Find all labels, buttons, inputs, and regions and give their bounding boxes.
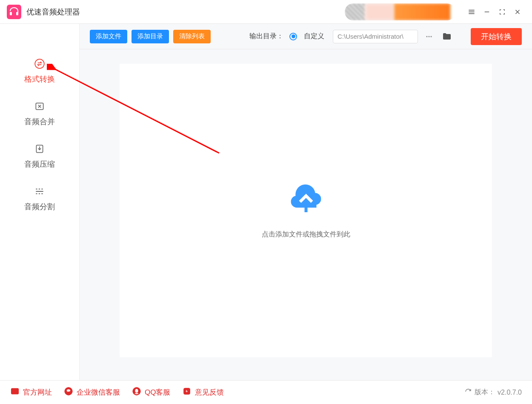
sidebar-item-label: 音频压缩 [24, 159, 55, 169]
feedback-icon [182, 387, 192, 398]
drop-hint-text: 点击添加文件或拖拽文件到此 [262, 230, 350, 239]
footer-link-label: 意见反馈 [195, 387, 224, 397]
sidebar-item-audio-split[interactable]: 音频分割 [24, 185, 55, 212]
output-dir-label: 输出目录： [249, 32, 283, 41]
sidebar-item-format-convert[interactable]: 格式转换 [24, 58, 55, 84]
svg-rect-0 [10, 12, 12, 15]
app-title: 优速音频处理器 [26, 7, 80, 17]
sidebar-item-label: 格式转换 [24, 74, 55, 84]
version-number: v2.0.7.0 [498, 389, 522, 396]
convert-icon [34, 58, 46, 70]
split-icon [34, 185, 46, 197]
svg-point-8 [35, 59, 44, 68]
sidebar-item-label: 音频合并 [24, 117, 55, 127]
svg-point-23 [134, 393, 138, 395]
svg-text:.com: .com [11, 390, 18, 394]
sidebar-item-audio-compress[interactable]: 音频压缩 [24, 143, 55, 169]
svg-rect-1 [16, 12, 18, 15]
toolbar: 添加文件 添加目录 清除列表 输出目录： 自定义 开始转换 [80, 24, 532, 49]
footer: .com 官方网址 企业微信客服 QQ客服 意见反馈 版本： v2.0.7.0 [0, 380, 532, 404]
minimize-icon[interactable] [479, 4, 495, 20]
merge-icon [34, 100, 46, 112]
sidebar: 格式转换 音频合并 音频压缩 [0, 24, 79, 380]
qq-icon [132, 387, 141, 398]
cloud-upload-icon [288, 182, 324, 220]
version-prefix: 版本： [475, 388, 495, 397]
version-info[interactable]: 版本： v2.0.7.0 [464, 388, 522, 397]
clear-list-button[interactable]: 清除列表 [173, 30, 211, 43]
menu-icon[interactable] [464, 4, 479, 20]
website-icon: .com [10, 387, 20, 398]
wechat-icon [64, 387, 73, 398]
sidebar-item-audio-merge[interactable]: 音频合并 [24, 100, 55, 127]
refresh-icon [464, 388, 472, 397]
browse-path-button[interactable] [422, 30, 436, 43]
sidebar-item-label: 音频分割 [24, 202, 55, 212]
content-area: 添加文件 添加目录 清除列表 输出目录： 自定义 开始转换 [79, 24, 532, 380]
close-icon[interactable] [510, 4, 525, 20]
main-area: 格式转换 音频合并 音频压缩 [0, 24, 532, 380]
svg-point-16 [431, 36, 432, 37]
compress-icon [34, 143, 46, 155]
user-badge[interactable] [345, 3, 455, 20]
footer-link-website[interactable]: .com 官方网址 [10, 387, 52, 398]
custom-radio[interactable] [289, 33, 297, 40]
app-logo-icon [7, 5, 21, 19]
start-convert-button[interactable]: 开始转换 [471, 28, 522, 45]
maximize-icon[interactable] [495, 4, 510, 20]
footer-link-feedback[interactable]: 意见反馈 [182, 387, 224, 398]
footer-link-wechat-support[interactable]: 企业微信客服 [64, 387, 120, 398]
footer-link-label: 企业微信客服 [77, 387, 120, 397]
svg-point-14 [426, 36, 428, 37]
title-bar: 优速音频处理器 [0, 0, 532, 24]
add-directory-button[interactable]: 添加目录 [132, 30, 169, 43]
footer-link-label: 官方网址 [23, 387, 52, 397]
footer-link-label: QQ客服 [145, 387, 170, 397]
custom-radio-label: 自定义 [304, 32, 324, 41]
open-folder-icon[interactable] [440, 30, 454, 43]
footer-link-qq-support[interactable]: QQ客服 [132, 387, 170, 398]
svg-point-15 [429, 36, 430, 37]
drop-zone[interactable]: 点击添加文件或拖拽文件到此 [120, 64, 492, 357]
output-path-input[interactable] [333, 30, 418, 43]
add-file-button[interactable]: 添加文件 [90, 30, 127, 43]
svg-point-22 [135, 389, 138, 393]
